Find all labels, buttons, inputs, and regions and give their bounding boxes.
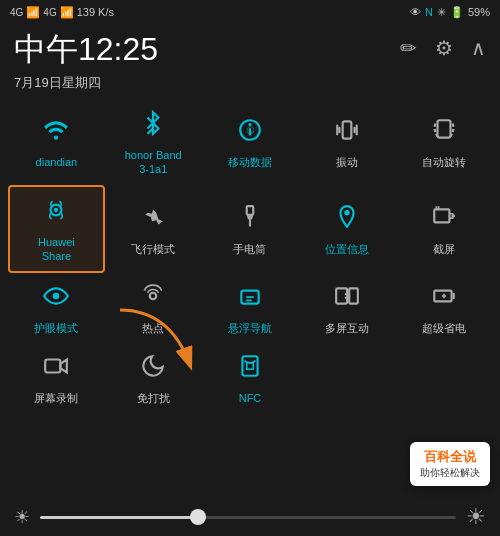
tile-flashlight[interactable]: 手电筒 <box>202 185 299 274</box>
share-icon <box>43 197 69 230</box>
brightness-high-icon: ☀ <box>466 504 486 530</box>
tile-eye-protection[interactable]: 护眼模式 <box>8 273 105 343</box>
tile-huawei-share-label: HuaweiShare <box>38 235 75 264</box>
date-display: 7月19日星期四 <box>14 74 158 92</box>
svg-rect-10 <box>437 120 450 137</box>
bluetooth-icon <box>140 110 166 143</box>
tile-location-label: 位置信息 <box>325 242 369 256</box>
svg-point-20 <box>53 293 60 300</box>
data-icon: ① <box>237 117 263 150</box>
tile-flight-mode-label: 飞行模式 <box>131 242 175 256</box>
edit-icon[interactable]: ✏ <box>400 36 417 60</box>
signal-bars: 📶 <box>26 6 40 19</box>
bluetooth-status-icon: ✳ <box>437 6 446 19</box>
vibrate-icon <box>334 117 360 150</box>
tile-screen-record[interactable]: 屏幕录制 <box>8 343 105 413</box>
settings-icon[interactable]: ⚙ <box>435 36 453 60</box>
tile-honor-band-label: honor Band3-1a1 <box>125 148 182 177</box>
multiscreen-icon <box>334 283 360 316</box>
tile-flashlight-label: 手电筒 <box>233 242 266 256</box>
moon-icon <box>140 353 166 386</box>
status-right: 👁 N ✳ 🔋 59% <box>410 6 490 19</box>
svg-point-0 <box>54 136 58 140</box>
tile-multi-screen-label: 多屏互动 <box>325 321 369 335</box>
svg-rect-16 <box>434 209 449 222</box>
status-left: 4G 📶 4G 📶 139 K/s <box>10 6 114 19</box>
signal-icon: 4G <box>10 7 23 18</box>
nfc-status-icon: N <box>425 6 433 18</box>
tile-nfc-label: NFC <box>239 391 262 405</box>
date-time: 中午12:25 7月19日星期四 <box>14 28 158 92</box>
tooltip-badge: 百科全说 助你轻松解决 <box>410 442 490 486</box>
plane-icon <box>140 204 166 237</box>
tile-hotspot[interactable]: 热点 <box>105 273 202 343</box>
record-icon <box>43 353 69 386</box>
svg-rect-23 <box>336 289 347 304</box>
signal2-icon: 4G <box>43 7 56 18</box>
svg-rect-5 <box>342 121 351 138</box>
tile-auto-rotate-label: 自动旋转 <box>422 155 466 169</box>
svg-point-15 <box>344 210 349 215</box>
status-bar: 4G 📶 4G 📶 139 K/s 👁 N ✳ 🔋 59% <box>0 0 500 24</box>
tile-floating-nav-label: 悬浮导航 <box>228 321 272 335</box>
nav-icon <box>237 283 263 316</box>
wifi-icon <box>43 117 69 150</box>
tooltip-subtitle: 助你轻松解决 <box>420 466 480 480</box>
screenshot-icon <box>431 204 457 237</box>
brightness-low-icon: ☀ <box>14 506 30 528</box>
rotate-icon <box>431 117 457 150</box>
tile-vibration[interactable]: 振动 <box>298 100 395 185</box>
tile-auto-rotate[interactable]: 自动旋转 <box>395 100 492 185</box>
tile-diandian-label: diandian <box>36 155 78 169</box>
tile-eye-protection-label: 护眼模式 <box>34 321 78 335</box>
tile-flight-mode[interactable]: 飞行模式 <box>105 185 202 274</box>
tile-floating-nav[interactable]: 悬浮导航 <box>202 273 299 343</box>
time-display: 中午12:25 <box>14 28 158 72</box>
svg-rect-13 <box>247 206 254 215</box>
svg-point-21 <box>150 293 157 300</box>
hotspot-icon <box>140 283 166 316</box>
tile-diandian[interactable]: diandian <box>8 100 105 185</box>
tile-screenshot-label: 截屏 <box>433 242 455 256</box>
tile-screen-record-label: 屏幕录制 <box>34 391 78 405</box>
brightness-slider[interactable] <box>40 516 456 519</box>
svg-text:①: ① <box>246 125 255 136</box>
tile-super-save[interactable]: 超级省电 <box>395 273 492 343</box>
location-icon <box>334 204 360 237</box>
tile-location[interactable]: 位置信息 <box>298 185 395 274</box>
tile-super-save-label: 超级省电 <box>422 321 466 335</box>
tooltip-title: 百科全说 <box>420 448 480 466</box>
tile-screenshot[interactable]: 截屏 <box>395 185 492 274</box>
svg-rect-28 <box>242 357 257 377</box>
header-icons: ✏ ⚙ ∧ <box>400 28 486 60</box>
battery-save-icon <box>431 283 457 316</box>
quick-settings-grid: diandian honor Band3-1a1 ① 移动数据 <box>0 100 500 414</box>
slider-thumb[interactable] <box>190 509 206 525</box>
flash-icon <box>237 204 263 237</box>
slider-fill <box>40 516 198 519</box>
tile-honor-band[interactable]: honor Band3-1a1 <box>105 100 202 185</box>
speed-text: 139 K/s <box>77 6 114 18</box>
collapse-icon[interactable]: ∧ <box>471 36 486 60</box>
svg-point-12 <box>54 207 58 211</box>
tile-huawei-share[interactable]: HuaweiShare <box>8 185 105 274</box>
tile-dnd[interactable]: 免打扰 <box>105 343 202 413</box>
tile-dnd-label: 免打扰 <box>137 391 170 405</box>
signal-bars2: 📶 <box>60 6 74 19</box>
tile-vibration-label: 振动 <box>336 155 358 169</box>
tile-multi-screen[interactable]: 多屏互动 <box>298 273 395 343</box>
eye-status-icon: 👁 <box>410 6 421 18</box>
battery-text: 59% <box>468 6 490 18</box>
tile-mobile-data-label: 移动数据 <box>228 155 272 169</box>
eye-icon <box>43 283 69 316</box>
bottom-bar: ☀ ☀ <box>0 498 500 536</box>
tile-nfc[interactable]: NFC <box>202 343 299 413</box>
battery-icon: 🔋 <box>450 6 464 19</box>
header: 中午12:25 7月19日星期四 ✏ ⚙ ∧ <box>0 24 500 100</box>
tile-hotspot-label: 热点 <box>142 321 164 335</box>
svg-rect-27 <box>46 360 61 373</box>
nfc-icon <box>237 353 263 386</box>
tile-mobile-data[interactable]: ① 移动数据 <box>202 100 299 185</box>
